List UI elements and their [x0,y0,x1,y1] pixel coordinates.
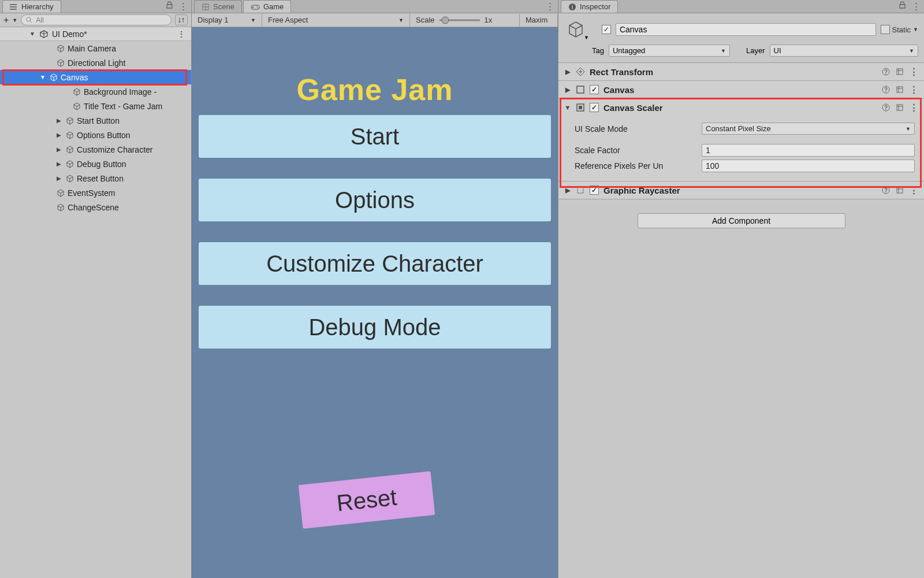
fold-icon[interactable]: ▼ [29,31,36,37]
hierarchy-panel: Hierarchy ⋮ + ▼ All ▼ UI Demo* ⋮ [0,0,192,578]
svg-point-0 [10,4,11,5]
scale-factor-field[interactable]: 1 [702,144,915,157]
svg-point-1 [10,6,11,8]
fold-icon[interactable]: ▶ [564,187,571,194]
static-toggle[interactable]: Static▼ [881,25,918,34]
node-changescene[interactable]: ChangeScene [0,200,191,214]
node-options[interactable]: ▶Options Button [0,128,191,142]
fold-icon[interactable]: ▶ [564,68,571,76]
sort-button[interactable] [175,14,188,25]
inspector-tabrow: i Inspector ⋮ [558,0,924,13]
scale-mode-dropdown[interactable]: Constant Pixel Size▼ [702,123,915,135]
gameobject-icon [55,202,65,212]
fold-icon[interactable]: ▶ [55,132,62,138]
start-button[interactable]: Start [199,115,551,158]
game-tab[interactable]: Game [243,0,291,13]
component-rect-transform: ▶ Rect Transform ?⋮ [558,63,924,81]
debug-button[interactable]: Debug Mode [199,306,551,349]
node-start[interactable]: ▶Start Button [0,113,191,128]
maximize-toggle[interactable]: Maxim [520,14,558,27]
inspector-tab[interactable]: i Inspector [561,0,618,13]
rect-transform-icon [576,67,585,76]
node-main-camera[interactable]: Main Camera [0,41,191,55]
hierarchy-search[interactable]: All [21,14,172,25]
game-tab-label: Game [263,2,284,11]
gamepad-icon [251,3,260,10]
node-dir-light[interactable]: Directional Light [0,55,191,70]
fold-icon[interactable]: ▶ [55,161,62,167]
customize-button[interactable]: Customize Character [199,242,551,285]
help-icon[interactable]: ? [882,86,890,94]
node-title[interactable]: Title Text - Game Jam [0,99,191,113]
scene-menu-icon[interactable]: ⋮ [177,29,185,39]
component-header[interactable]: ▶ Rect Transform ?⋮ [558,63,924,80]
scale-mode-label: UI Scale Mode [575,124,696,134]
chevron-down-icon[interactable]: ▼ [584,35,589,40]
menu-icon[interactable]: ⋮ [910,66,918,77]
node-debug[interactable]: ▶Debug Button [0,157,191,171]
svg-text:?: ? [884,105,888,111]
help-icon[interactable]: ? [882,103,890,112]
name-field[interactable]: Canvas [616,23,876,36]
component-header[interactable]: ▼ ✓ Canvas Scaler ?⋮ [558,99,924,116]
layer-dropdown[interactable]: UI▼ [770,45,919,57]
component-header[interactable]: ▶ ✓ Canvas ?⋮ [558,81,924,98]
slider-icon [439,16,480,24]
inspector-panel: i Inspector ⋮ ▼ ✓ Canvas Static▼ Tag Unt… [558,0,924,578]
tag-dropdown[interactable]: Untagged▼ [609,45,730,57]
hierarchy-tab-label: Hierarchy [21,2,54,11]
gameobject-icon [55,58,65,68]
help-icon[interactable]: ? [882,68,890,76]
menu-icon[interactable]: ⋮ [910,185,918,195]
node-eventsystem[interactable]: EventSystem [0,186,191,200]
scene-name: UI Demo* [52,29,87,39]
scene-header[interactable]: ▼ UI Demo* ⋮ [0,27,191,41]
create-button[interactable]: + [3,15,9,25]
canvas-icon [576,85,585,94]
ref-pixels-field[interactable]: 100 [702,160,915,172]
add-component-button[interactable]: Add Component [638,213,845,228]
scale-slider[interactable]: Scale 1x [410,14,520,27]
component-enable-checkbox[interactable]: ✓ [590,186,599,195]
menu-icon[interactable]: ⋮ [179,1,188,12]
component-enable-checkbox[interactable]: ✓ [590,103,599,112]
fold-icon[interactable]: ▶ [55,117,62,124]
menu-icon[interactable]: ⋮ [912,1,921,12]
component-header[interactable]: ▶ ✓ Graphic Raycaster ?⋮ [558,181,924,199]
ref-pixels-label: Reference Pixels Per Un [575,161,696,171]
display-dropdown[interactable]: Display 1▼ [192,14,262,27]
hierarchy-tab[interactable]: Hierarchy [2,0,61,13]
scene-tab[interactable]: Scene [194,0,242,13]
fold-icon[interactable]: ▶ [564,86,571,94]
options-button[interactable]: Options [199,179,551,221]
lock-icon[interactable] [899,1,906,12]
svg-text:i: i [572,4,573,10]
node-bg[interactable]: Background Image - [0,84,191,99]
reset-button[interactable]: Reset [299,471,435,529]
help-icon[interactable]: ? [882,186,890,194]
preset-icon[interactable] [896,186,904,194]
fold-icon[interactable]: ▼ [564,104,571,111]
svg-rect-25 [897,87,903,92]
node-reset[interactable]: ▶Reset Button [0,171,191,186]
preset-icon[interactable] [896,86,904,94]
svg-point-11 [256,6,258,7]
aspect-dropdown[interactable]: Free Aspect▼ [262,14,410,27]
component-canvas: ▶ ✓ Canvas ?⋮ [558,81,924,99]
fold-icon[interactable]: ▶ [55,146,62,153]
menu-icon[interactable]: ⋮ [910,102,918,113]
menu-icon[interactable]: ⋮ [546,1,554,12]
gameobject-icon [65,173,74,183]
fold-icon[interactable]: ▶ [55,175,62,181]
active-checkbox[interactable]: ✓ [602,25,611,34]
component-enable-checkbox[interactable]: ✓ [590,85,599,94]
lock-icon[interactable] [166,1,173,12]
menu-icon[interactable]: ⋮ [910,84,918,95]
node-customize[interactable]: ▶Customize Character [0,142,191,157]
create-dropdown-icon[interactable]: ▼ [12,17,17,23]
preset-icon[interactable] [896,103,904,112]
fold-icon[interactable]: ▼ [39,74,46,80]
scene-icon [202,3,210,11]
preset-icon[interactable] [896,68,904,76]
node-canvas[interactable]: ▼Canvas [0,70,191,84]
